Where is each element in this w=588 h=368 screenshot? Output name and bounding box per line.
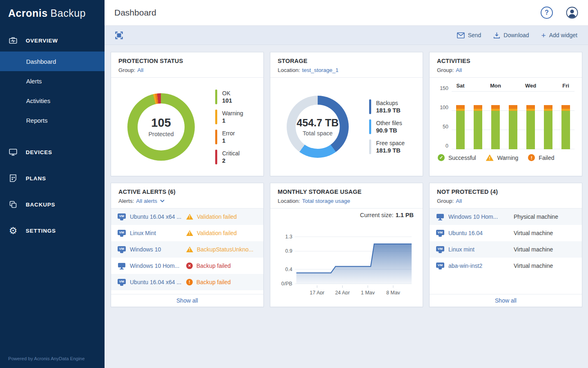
sidebar-item-plans[interactable]: PLANS	[0, 165, 105, 191]
acronis-backup-logo: Acronis Backup	[0, 0, 105, 26]
x-axis-tick: 8 May	[386, 290, 401, 294]
legend-item-critical: Critical2	[215, 150, 243, 164]
machine-type: Physical machine	[514, 213, 558, 220]
machine-link[interactable]: Linux mint	[448, 246, 514, 253]
current-size: Current size:1.1 PB	[278, 212, 415, 222]
widget-title: ACTIVITIES	[437, 58, 575, 64]
storage-donut-chart: 454.7 TB Total space	[287, 96, 349, 158]
day-label: Fri	[557, 83, 575, 92]
sidebar-item-activities[interactable]: Activities	[0, 91, 105, 110]
page-title: Dashboard	[114, 8, 156, 18]
widget-storage: STORAGE Location: test_storage_1 454.7 T…	[270, 52, 423, 176]
alert-row[interactable]: VM Ubuntu 16.04 x64 ... ! Validation fai…	[111, 209, 263, 225]
y-axis-tick: 0	[445, 143, 448, 149]
activity-bar	[544, 105, 552, 149]
protected-count: 105	[151, 116, 171, 130]
legend-item-successful: ✓Successful	[438, 154, 476, 161]
device-row[interactable]: VM Ubuntu 16.04 Virtual machine	[430, 225, 582, 241]
sidebar-item-devices[interactable]: DEVICES	[0, 139, 105, 165]
day-label: Mon	[487, 83, 504, 92]
sidebar-item-backups[interactable]: BACKUPS	[0, 191, 105, 218]
day-label: Wed	[522, 83, 539, 92]
send-button[interactable]: Send	[457, 32, 481, 38]
alert-row[interactable]: VM Windows 10 ! BackupStatusUnkno...	[111, 241, 263, 258]
machine-type: Virtual machine	[514, 230, 553, 236]
activities-legend: ✓Successful !Warning !Failed	[438, 154, 575, 161]
sidebar-item-reports[interactable]: Reports	[0, 110, 105, 130]
physical-machine-icon	[436, 213, 444, 220]
legend-item-ok: OK101	[215, 90, 243, 104]
devices-icon	[8, 147, 18, 157]
bar-segment-successful	[526, 111, 535, 149]
alert-row[interactable]: Windows 10 Hom... ✕ Backup failed	[111, 258, 263, 274]
user-avatar[interactable]	[566, 7, 578, 19]
physical-machine-icon	[118, 263, 126, 269]
bar-segment-successful	[474, 111, 482, 149]
add-widget-button[interactable]: + Add widget	[541, 31, 577, 39]
machine-link[interactable]: Windows 10 Hom...	[448, 213, 514, 220]
y-axis-tick: 0/PB	[281, 281, 292, 287]
warning-triangle-icon: !	[186, 230, 193, 236]
machine-link[interactable]: aba-win-inst2	[448, 263, 514, 269]
device-row[interactable]: VM Linux mint Virtual machine	[430, 241, 582, 258]
show-all-link[interactable]: Show all	[495, 297, 517, 304]
location-filter-link[interactable]: test_storage_1	[302, 67, 339, 73]
machine-link[interactable]: Ubuntu 16.04	[448, 230, 514, 236]
machine-link[interactable]: Linux Mint	[130, 230, 186, 236]
sidebar-item-overview[interactable]: OVERVIEW	[0, 29, 105, 52]
bar-segment-successful	[491, 111, 500, 149]
widget-title: ACTIVE ALERTS (6)	[118, 188, 256, 195]
vm-machine-icon: VM	[118, 279, 126, 286]
alert-row[interactable]: VM Ubuntu 16.04 x64 ... ! Backup failed	[111, 274, 263, 290]
activity-bar	[491, 105, 500, 149]
machine-link[interactable]: Ubuntu 16.04 x64 ...	[130, 279, 186, 285]
widget-activities: ACTIVITIES Group: All SatMonWedFri 05010…	[429, 52, 582, 176]
bar-segment-successful	[456, 111, 465, 149]
dashboard-content: PROTECTION STATUS Group: All 105 Protect…	[105, 45, 588, 368]
machine-link[interactable]: Windows 10 Hom...	[130, 263, 186, 269]
alert-text: Validation failed	[197, 213, 237, 220]
logo-acronis: Acronis	[8, 7, 48, 19]
download-button[interactable]: Download	[493, 32, 529, 39]
sidebar-item-dashboard[interactable]: Dashboard	[0, 52, 105, 71]
alerts-list: VM Ubuntu 16.04 x64 ... ! Validation fai…	[111, 209, 263, 294]
plans-icon	[8, 173, 18, 183]
total-space-value: 454.7 TB	[297, 117, 339, 129]
group-filter-link[interactable]: All	[137, 67, 143, 73]
sidebar-item-alerts[interactable]: Alerts	[0, 71, 105, 91]
storage-usage-area-chart: 1.30.90.40/PB17 Apr24 Apr1 May8 May	[278, 222, 415, 294]
chevron-down-icon[interactable]	[160, 200, 165, 202]
vm-machine-icon: VM	[118, 246, 126, 253]
widget-protection-status: PROTECTION STATUS Group: All 105 Protect…	[111, 52, 264, 176]
alert-row[interactable]: VM Linux Mint ! Validation failed	[111, 225, 263, 241]
vm-machine-icon: VM	[436, 263, 444, 269]
location-filter-link[interactable]: Total storage usage	[302, 198, 350, 204]
vm-machine-icon: VM	[436, 230, 444, 237]
group-filter-link[interactable]: All	[456, 67, 462, 73]
widget-title: MONTHLY STORAGE USAGE	[278, 188, 415, 195]
x-axis-tick: 1 May	[361, 290, 375, 294]
settings-gear-icon: ⚙	[8, 226, 18, 236]
bar-segment-successful	[561, 111, 570, 149]
widget-not-protected: NOT PROTECTED (4) Group: All Windows 10 …	[429, 183, 582, 307]
device-row[interactable]: Windows 10 Hom... Physical machine	[430, 209, 582, 225]
sidebar-item-settings[interactable]: ⚙ SETTINGS	[0, 218, 105, 244]
widget-title: PROTECTION STATUS	[118, 58, 256, 64]
widget-title: STORAGE	[278, 58, 415, 64]
protection-legend: OK101 Warning1 Error1	[215, 90, 243, 164]
group-filter-link[interactable]: All	[456, 198, 462, 204]
machine-link[interactable]: Windows 10	[130, 246, 186, 253]
sidebar: Acronis Backup OVERVIEW Dashboard Alerts…	[0, 0, 105, 368]
activity-bar	[526, 105, 535, 149]
device-row[interactable]: VM aba-win-inst2 Virtual machine	[430, 258, 582, 274]
bar-segment-failed	[544, 105, 552, 109]
alerts-filter-dropdown[interactable]: All alerts	[136, 198, 157, 204]
legend-item-free-space: Free space181.9 TB	[369, 139, 405, 154]
show-all-link[interactable]: Show all	[176, 297, 198, 304]
logo-backup: Backup	[51, 7, 86, 19]
help-icon[interactable]: ?	[541, 7, 553, 19]
storage-legend: Backups181.9 TB Other files90.9 TB Free …	[369, 99, 405, 154]
machine-link[interactable]: Ubuntu 16.04 x64 ...	[130, 213, 186, 220]
fullscreen-button[interactable]	[115, 31, 123, 39]
y-axis-tick: 50	[443, 124, 448, 130]
